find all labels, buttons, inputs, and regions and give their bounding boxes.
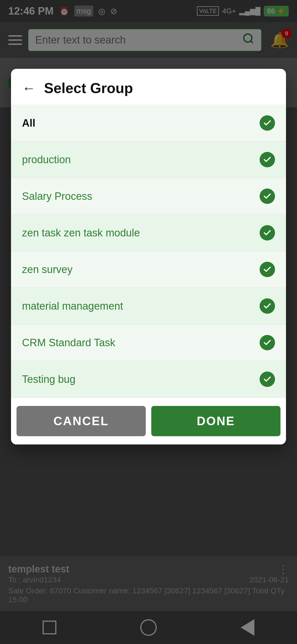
check-icon — [260, 262, 275, 277]
dialog-title: Select Group — [44, 80, 133, 96]
group-item-label: All — [22, 117, 35, 129]
group-item-label: zen task zen task module — [22, 227, 140, 239]
back-button[interactable]: ← — [22, 80, 36, 96]
group-item[interactable]: material management — [11, 288, 286, 324]
check-icon — [260, 115, 275, 131]
group-item[interactable]: zen task zen task module — [11, 215, 286, 251]
check-icon — [260, 335, 275, 350]
group-item[interactable]: All — [11, 105, 286, 141]
check-icon — [260, 225, 275, 241]
done-button[interactable]: DONE — [151, 406, 280, 436]
check-icon — [260, 189, 275, 204]
group-item-label: production — [22, 154, 71, 166]
group-item[interactable]: Salary Process — [11, 178, 286, 215]
dialog-header: ← Select Group — [11, 69, 286, 105]
group-item[interactable]: Testing bug — [11, 361, 286, 398]
check-icon — [260, 152, 275, 167]
group-item-label: Testing bug — [22, 373, 75, 385]
group-item-label: Salary Process — [22, 190, 92, 202]
check-icon — [260, 372, 275, 387]
group-item[interactable]: production — [11, 141, 286, 178]
check-icon — [260, 298, 275, 314]
group-list: AllproductionSalary Processzen task zen … — [11, 105, 286, 398]
select-group-dialog: ← Select Group AllproductionSalary Proce… — [11, 69, 286, 444]
cancel-button[interactable]: CANCEL — [16, 406, 146, 436]
dialog-footer: CANCEL DONE — [11, 398, 286, 444]
group-item[interactable]: zen survey — [11, 251, 286, 288]
group-item[interactable]: CRM Standard Task — [11, 324, 286, 361]
group-item-label: zen survey — [22, 264, 73, 275]
group-item-label: material management — [22, 300, 123, 312]
group-item-label: CRM Standard Task — [22, 337, 115, 349]
